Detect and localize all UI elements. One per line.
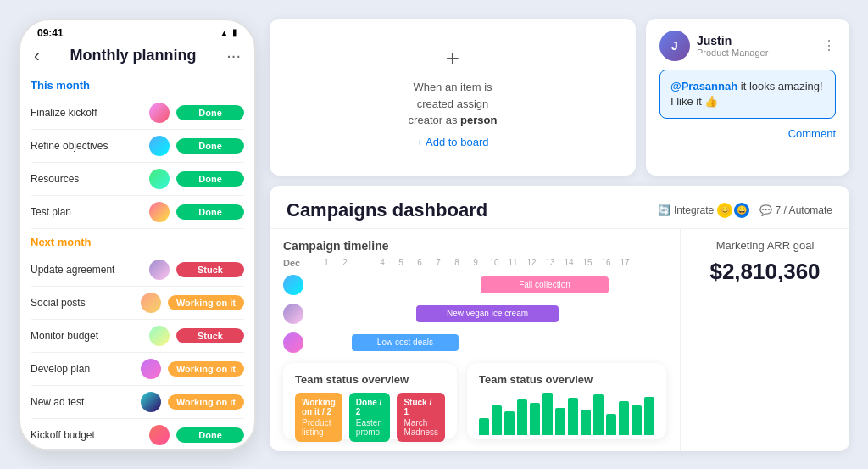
gantt-day: 11: [504, 258, 522, 268]
task-row: Kickoff budget Done: [31, 419, 244, 449]
plus-icon: +: [446, 45, 459, 72]
dashboard-title: Campaigns dashboard: [287, 199, 487, 221]
gantt-day: 10: [485, 258, 504, 268]
gantt-bar: Fall collection: [481, 276, 609, 293]
mini-bar: [568, 398, 578, 435]
arr-label: Marketing ARR goal: [694, 239, 836, 252]
mini-bar: [593, 394, 604, 435]
right-panels: + When an item is created assign creator…: [270, 19, 849, 451]
gantt-day: 7: [429, 258, 448, 268]
gantt-day: 9: [466, 258, 485, 268]
comment-card: J Justin Product Manager ⋮ @Prasannah it…: [646, 19, 849, 176]
status-badge: Done: [176, 171, 244, 187]
more-options-icon[interactable]: ···: [226, 46, 241, 65]
gantt-header: Dec 1234567891011121314151617: [283, 258, 666, 268]
task-avatar: [141, 359, 161, 379]
team-status-left-card: Team status overview Working on it / 2 P…: [283, 363, 457, 439]
comment-button[interactable]: Comment: [788, 127, 836, 140]
comment-user-row: J Justin Product Manager ⋮: [659, 31, 836, 61]
status-badge: Working on it: [168, 394, 244, 410]
back-button[interactable]: ‹: [34, 46, 40, 65]
gantt-rows: Fall collection New vegan ice cream Low …: [283, 273, 666, 355]
add-item-card: + When an item is created assign creator…: [270, 19, 636, 176]
gantt-day: 17: [615, 258, 634, 268]
battery-icon: ▮: [232, 27, 237, 38]
mini-bar: [644, 397, 654, 435]
gantt-row: Fall collection: [283, 273, 666, 297]
task-name: Test plan: [31, 206, 142, 218]
gantt-month: Dec: [283, 258, 317, 268]
status-item: Done / 2 Easter promo: [349, 393, 391, 442]
task-name: Update agreement: [31, 264, 142, 276]
task-avatar: [149, 103, 170, 123]
comment-user-name: Justin: [697, 34, 815, 47]
comment-avatar: J: [659, 31, 690, 61]
phone-title: Monthly planning: [70, 47, 197, 64]
mini-bar: [479, 418, 489, 435]
bottom-row: Team status overview Working on it / 2 P…: [283, 363, 666, 439]
comment-bubble: @Prasannah it looks amazing! I like it 👍: [659, 70, 836, 119]
mini-bar-chart: [479, 393, 654, 435]
status-item-sub: Product listing: [302, 418, 336, 437]
comment-user-role: Product Manager: [697, 47, 815, 58]
status-bar: 09:41 ▲ ▮: [20, 20, 254, 42]
task-row: Develop plan Working on it: [31, 353, 244, 386]
dashboard-right: Marketing ARR goal $2,810,360: [680, 229, 849, 451]
mini-bar: [619, 401, 629, 435]
task-name: Finalize kickoff: [31, 107, 142, 119]
comment-mention: @Prasannah: [670, 80, 737, 92]
mini-bar: [606, 414, 616, 435]
top-row: + When an item is created assign creator…: [270, 19, 849, 176]
dashboard-body: Campaign timeline Dec 123456789101112131…: [270, 229, 849, 451]
gantt-container: Campaign timeline Dec 123456789101112131…: [283, 239, 666, 355]
status-item-label: Working on it / 2: [302, 398, 336, 416]
status-item-label: Stuck / 1: [403, 398, 438, 416]
phone-content: This month Finalize kickoff Done Refine …: [20, 72, 254, 449]
status-badge: Done: [176, 427, 244, 443]
gantt-day: 14: [559, 258, 578, 268]
gantt-bar-area: Low cost deals: [309, 332, 666, 353]
mobile-phone: 09:41 ▲ ▮ ‹ Monthly planning ··· This mo…: [19, 19, 256, 451]
integrate-button[interactable]: 🔄 Integrate 😊 😄: [658, 203, 749, 218]
comment-more-icon[interactable]: ⋮: [822, 37, 836, 53]
dashboard-header: Campaigns dashboard 🔄 Integrate 😊 😄 💬 7 …: [270, 186, 849, 229]
gantt-avatar: [283, 275, 303, 295]
gantt-day: 15: [578, 258, 597, 268]
bar-chart-card: Team status overview: [467, 363, 666, 439]
task-name: New ad test: [31, 396, 134, 408]
task-avatar: [149, 202, 170, 222]
emoji-circles: 😊 😄: [717, 203, 749, 218]
next-month-label: Next month: [31, 229, 244, 254]
gantt-day: 4: [373, 258, 392, 268]
arr-value: $2,810,360: [694, 259, 836, 285]
gantt-day: 13: [541, 258, 559, 268]
dashboard-left: Campaign timeline Dec 123456789101112131…: [270, 229, 680, 451]
add-to-board-button[interactable]: + Add to board: [417, 136, 489, 148]
emoji-circle-1: 😊: [717, 203, 732, 218]
gantt-row: Low cost deals: [283, 331, 666, 355]
status-badge: Stuck: [176, 328, 244, 343]
mini-bar: [530, 403, 540, 435]
automate-button[interactable]: 💬 7 / Automate: [760, 204, 832, 216]
task-name: Social posts: [31, 297, 134, 309]
gantt-title: Campaign timeline: [283, 239, 666, 253]
mini-bar: [632, 405, 642, 435]
task-row: New ad test Working on it: [31, 386, 244, 419]
team-status-left-title: Team status overview: [295, 373, 445, 386]
chat-icon: 💬: [760, 204, 772, 216]
dashboard-panel: Campaigns dashboard 🔄 Integrate 😊 😄 💬 7 …: [270, 186, 849, 451]
status-badge: Working on it: [168, 295, 244, 310]
task-avatar: [149, 169, 170, 189]
phone-header: ‹ Monthly planning ···: [20, 42, 254, 72]
task-name: Kickoff budget: [31, 429, 142, 441]
task-avatar: [141, 392, 161, 412]
status-badge: Done: [176, 204, 244, 220]
gantt-bar: Low cost deals: [352, 334, 459, 351]
gantt-day: 1: [317, 258, 336, 268]
task-avatar: [149, 425, 170, 445]
integrate-icon: 🔄: [658, 204, 670, 216]
gantt-day: 16: [597, 258, 615, 268]
status-badge: Done: [176, 138, 244, 154]
gantt-day: 8: [448, 258, 466, 268]
gantt-avatar: [283, 304, 303, 324]
